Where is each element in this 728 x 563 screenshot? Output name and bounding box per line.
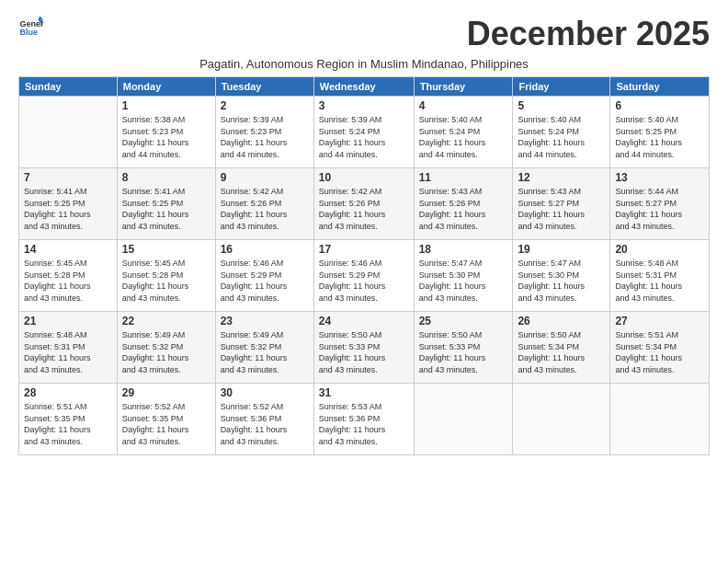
day-info: Sunrise: 5:40 AM Sunset: 5:25 PM Dayligh…: [615, 114, 704, 160]
calendar-cell: 16Sunrise: 5:46 AM Sunset: 5:29 PM Dayli…: [215, 240, 313, 312]
weekday-header: Thursday: [414, 77, 513, 97]
day-info: Sunrise: 5:47 AM Sunset: 5:30 PM Dayligh…: [419, 258, 508, 304]
calendar-cell: 25Sunrise: 5:50 AM Sunset: 5:33 PM Dayli…: [414, 312, 513, 384]
day-info: Sunrise: 5:48 AM Sunset: 5:31 PM Dayligh…: [24, 329, 112, 375]
day-number: 5: [518, 99, 605, 112]
day-number: 22: [122, 315, 210, 327]
day-number: 23: [221, 315, 309, 327]
day-info: Sunrise: 5:45 AM Sunset: 5:28 PM Dayligh…: [24, 258, 112, 304]
calendar-cell: 24Sunrise: 5:50 AM Sunset: 5:33 PM Dayli…: [313, 312, 414, 384]
day-number: 21: [24, 315, 112, 327]
weekday-header: Tuesday: [215, 77, 313, 97]
day-number: 26: [518, 315, 605, 327]
calendar-cell: 4Sunrise: 5:40 AM Sunset: 5:24 PM Daylig…: [414, 97, 513, 168]
calendar-cell: 27Sunrise: 5:51 AM Sunset: 5:34 PM Dayli…: [610, 312, 710, 384]
weekday-header: Sunday: [19, 77, 118, 97]
subtitle: Pagatin, Autonomous Region in Muslim Min…: [18, 57, 710, 71]
day-number: 10: [319, 171, 409, 184]
calendar-cell: [513, 384, 610, 455]
day-number: 18: [419, 243, 508, 256]
day-number: 28: [24, 386, 112, 399]
day-info: Sunrise: 5:46 AM Sunset: 5:29 PM Dayligh…: [221, 258, 309, 304]
calendar-week: 14Sunrise: 5:45 AM Sunset: 5:28 PM Dayli…: [19, 240, 710, 312]
logo-icon: General Blue: [18, 15, 44, 40]
calendar-cell: 23Sunrise: 5:49 AM Sunset: 5:32 PM Dayli…: [215, 312, 313, 384]
calendar-cell: 13Sunrise: 5:44 AM Sunset: 5:27 PM Dayli…: [610, 168, 710, 240]
day-number: 9: [221, 171, 309, 184]
calendar-cell: 11Sunrise: 5:43 AM Sunset: 5:26 PM Dayli…: [414, 168, 513, 240]
day-info: Sunrise: 5:43 AM Sunset: 5:26 PM Dayligh…: [419, 186, 508, 232]
calendar-cell: 15Sunrise: 5:45 AM Sunset: 5:28 PM Dayli…: [117, 240, 215, 312]
weekday-header: Saturday: [610, 77, 710, 97]
calendar-cell: 7Sunrise: 5:41 AM Sunset: 5:25 PM Daylig…: [19, 168, 118, 240]
calendar-week: 7Sunrise: 5:41 AM Sunset: 5:25 PM Daylig…: [19, 168, 710, 240]
calendar: SundayMondayTuesdayWednesdayThursdayFrid…: [18, 76, 710, 455]
day-info: Sunrise: 5:50 AM Sunset: 5:33 PM Dayligh…: [319, 329, 409, 375]
svg-marker-2: [38, 16, 43, 19]
calendar-cell: 10Sunrise: 5:42 AM Sunset: 5:26 PM Dayli…: [313, 168, 414, 240]
calendar-cell: 19Sunrise: 5:47 AM Sunset: 5:30 PM Dayli…: [513, 240, 610, 312]
day-info: Sunrise: 5:48 AM Sunset: 5:31 PM Dayligh…: [615, 258, 704, 304]
calendar-cell: 2Sunrise: 5:39 AM Sunset: 5:23 PM Daylig…: [215, 97, 313, 168]
calendar-cell: 1Sunrise: 5:38 AM Sunset: 5:23 PM Daylig…: [117, 97, 215, 168]
calendar-cell: 8Sunrise: 5:41 AM Sunset: 5:25 PM Daylig…: [117, 168, 215, 240]
calendar-cell: 14Sunrise: 5:45 AM Sunset: 5:28 PM Dayli…: [19, 240, 118, 312]
logo: General Blue: [18, 15, 44, 40]
calendar-cell: 9Sunrise: 5:42 AM Sunset: 5:26 PM Daylig…: [215, 168, 313, 240]
day-number: 31: [319, 386, 409, 399]
day-number: 1: [122, 99, 210, 112]
day-number: 3: [319, 99, 409, 112]
day-info: Sunrise: 5:51 AM Sunset: 5:35 PM Dayligh…: [24, 401, 112, 447]
day-number: 25: [419, 315, 508, 327]
calendar-cell: 26Sunrise: 5:50 AM Sunset: 5:34 PM Dayli…: [513, 312, 610, 384]
day-number: 15: [122, 243, 210, 256]
calendar-cell: 22Sunrise: 5:49 AM Sunset: 5:32 PM Dayli…: [117, 312, 215, 384]
calendar-cell: 5Sunrise: 5:40 AM Sunset: 5:24 PM Daylig…: [513, 97, 610, 168]
day-number: 8: [122, 171, 210, 184]
day-info: Sunrise: 5:52 AM Sunset: 5:35 PM Dayligh…: [122, 401, 210, 447]
day-number: 20: [615, 243, 704, 256]
calendar-cell: 3Sunrise: 5:39 AM Sunset: 5:24 PM Daylig…: [313, 97, 414, 168]
calendar-cell: 30Sunrise: 5:52 AM Sunset: 5:36 PM Dayli…: [215, 384, 313, 455]
day-info: Sunrise: 5:40 AM Sunset: 5:24 PM Dayligh…: [419, 114, 508, 160]
calendar-cell: 17Sunrise: 5:46 AM Sunset: 5:29 PM Dayli…: [313, 240, 414, 312]
calendar-cell: 20Sunrise: 5:48 AM Sunset: 5:31 PM Dayli…: [610, 240, 710, 312]
day-info: Sunrise: 5:39 AM Sunset: 5:23 PM Dayligh…: [221, 114, 309, 160]
day-number: 16: [221, 243, 309, 256]
day-number: 11: [419, 171, 508, 184]
day-info: Sunrise: 5:47 AM Sunset: 5:30 PM Dayligh…: [518, 258, 605, 304]
calendar-week: 21Sunrise: 5:48 AM Sunset: 5:31 PM Dayli…: [19, 312, 710, 384]
calendar-cell: [414, 384, 513, 455]
calendar-cell: 29Sunrise: 5:52 AM Sunset: 5:35 PM Dayli…: [117, 384, 215, 455]
day-info: Sunrise: 5:50 AM Sunset: 5:34 PM Dayligh…: [518, 329, 605, 375]
day-number: 7: [24, 171, 112, 184]
calendar-cell: [610, 384, 710, 455]
month-title: December 2025: [467, 15, 710, 53]
day-number: 14: [24, 243, 112, 256]
day-info: Sunrise: 5:43 AM Sunset: 5:27 PM Dayligh…: [518, 186, 605, 232]
day-info: Sunrise: 5:51 AM Sunset: 5:34 PM Dayligh…: [615, 329, 704, 375]
calendar-cell: 31Sunrise: 5:53 AM Sunset: 5:36 PM Dayli…: [313, 384, 414, 455]
day-number: 24: [319, 315, 409, 327]
calendar-week: 1Sunrise: 5:38 AM Sunset: 5:23 PM Daylig…: [19, 97, 710, 168]
weekday-header: Wednesday: [313, 77, 414, 97]
day-number: 29: [122, 386, 210, 399]
day-info: Sunrise: 5:49 AM Sunset: 5:32 PM Dayligh…: [221, 329, 309, 375]
day-number: 13: [615, 171, 704, 184]
calendar-cell: [19, 97, 118, 168]
day-info: Sunrise: 5:40 AM Sunset: 5:24 PM Dayligh…: [518, 114, 605, 160]
day-info: Sunrise: 5:44 AM Sunset: 5:27 PM Dayligh…: [615, 186, 704, 232]
day-info: Sunrise: 5:39 AM Sunset: 5:24 PM Dayligh…: [319, 114, 409, 160]
calendar-cell: 6Sunrise: 5:40 AM Sunset: 5:25 PM Daylig…: [610, 97, 710, 168]
day-number: 2: [221, 99, 309, 112]
calendar-cell: 21Sunrise: 5:48 AM Sunset: 5:31 PM Dayli…: [19, 312, 118, 384]
weekday-header: Monday: [117, 77, 215, 97]
calendar-week: 28Sunrise: 5:51 AM Sunset: 5:35 PM Dayli…: [19, 384, 710, 455]
calendar-cell: 18Sunrise: 5:47 AM Sunset: 5:30 PM Dayli…: [414, 240, 513, 312]
day-number: 12: [518, 171, 605, 184]
day-info: Sunrise: 5:46 AM Sunset: 5:29 PM Dayligh…: [319, 258, 409, 304]
weekday-header: Friday: [513, 77, 610, 97]
calendar-header: SundayMondayTuesdayWednesdayThursdayFrid…: [19, 77, 710, 97]
day-info: Sunrise: 5:41 AM Sunset: 5:25 PM Dayligh…: [122, 186, 210, 232]
day-info: Sunrise: 5:53 AM Sunset: 5:36 PM Dayligh…: [319, 401, 409, 447]
